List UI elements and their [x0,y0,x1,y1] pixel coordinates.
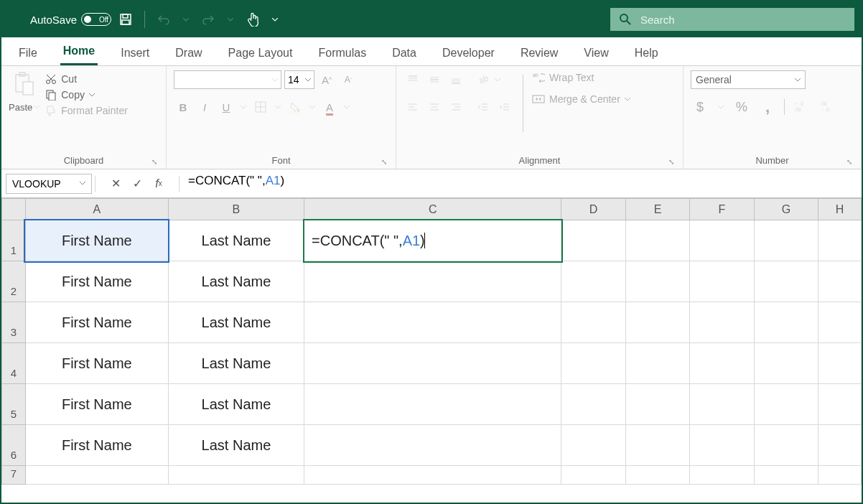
autosave-control[interactable]: AutoSave Off [30,13,111,26]
row-header-7[interactable]: 7 [2,466,26,485]
align-top-button[interactable] [403,70,422,89]
cell-D7[interactable] [561,466,625,485]
tab-file[interactable]: File [16,41,40,65]
accounting-format-button[interactable]: $ [691,98,709,116]
undo-button[interactable] [152,8,175,31]
row-header-1[interactable]: 1 [2,220,26,261]
cell-D1[interactable] [561,220,625,261]
cell-G7[interactable] [754,466,818,485]
align-right-button[interactable] [447,98,465,116]
align-bottom-button[interactable] [447,70,465,89]
cell-D6[interactable] [561,425,625,466]
borders-dropdown[interactable] [273,98,283,116]
cell-A5[interactable]: First Name [25,384,168,425]
column-header-F[interactable]: F [690,199,754,220]
cell-C2[interactable] [304,261,561,302]
alignment-launcher[interactable]: ⤡ [668,158,674,166]
fill-dropdown[interactable] [307,98,317,116]
font-launcher[interactable]: ⤡ [381,158,387,166]
tab-review[interactable]: Review [518,41,561,65]
cell-A6[interactable]: First Name [25,425,168,466]
tab-draw[interactable]: Draw [172,41,205,65]
font-color-button[interactable]: A [320,98,339,116]
search-box[interactable] [610,8,854,31]
cell-D4[interactable] [561,343,625,384]
cell-F5[interactable] [690,384,754,425]
cell-A2[interactable]: First Name [25,261,168,302]
spreadsheet-grid[interactable]: ABCDEFGH1First NameLast Name=CONCAT(" ",… [1,198,862,485]
underline-button[interactable]: U [217,98,235,116]
formula-input[interactable]: =CONCAT(" ",A1) [182,174,862,194]
column-header-E[interactable]: E [625,199,689,220]
cut-button[interactable]: Cut [45,73,128,85]
paste-button[interactable]: Paste [9,70,39,113]
font-name-combo[interactable] [174,70,281,89]
column-header-G[interactable]: G [754,199,818,220]
cell-E5[interactable] [625,384,689,425]
bold-button[interactable]: B [174,98,192,116]
align-middle-button[interactable] [425,70,444,89]
cell-D5[interactable] [561,384,625,425]
name-box[interactable]: VLOOKUP [6,174,92,194]
cell-F1[interactable] [690,220,754,261]
cell-C1[interactable]: =CONCAT(" ",A1) [304,220,561,261]
row-header-5[interactable]: 5 [2,384,26,425]
tab-data[interactable]: Data [389,41,419,65]
cell-G6[interactable] [754,425,818,466]
increase-indent-button[interactable] [495,98,514,116]
cell-H4[interactable] [818,343,862,384]
cell-E1[interactable] [625,220,689,261]
increase-decimal-button[interactable]: ←.0.00 [792,98,811,116]
cell-H3[interactable] [818,302,862,343]
cell-B1[interactable]: Last Name [168,220,304,261]
cell-A1[interactable]: First Name [25,220,168,261]
cell-C4[interactable] [304,343,561,384]
align-center-button[interactable] [425,98,444,116]
cell-F3[interactable] [690,302,754,343]
cancel-formula-button[interactable]: ✕ [106,174,126,194]
autosave-toggle[interactable]: Off [81,13,111,26]
font-color-dropdown[interactable] [342,98,352,116]
cell-B6[interactable]: Last Name [168,425,304,466]
cell-H6[interactable] [818,425,862,466]
cell-B3[interactable]: Last Name [168,302,304,343]
column-header-D[interactable]: D [561,199,625,220]
cell-F7[interactable] [690,466,754,485]
cell-E6[interactable] [625,425,689,466]
italic-button[interactable]: I [195,98,214,116]
orientation-dropdown[interactable] [493,70,503,89]
tab-developer[interactable]: Developer [439,41,498,65]
cell-F4[interactable] [690,343,754,384]
cell-D3[interactable] [561,302,625,343]
column-header-A[interactable]: A [25,199,168,220]
enter-formula-button[interactable]: ✓ [127,174,147,194]
column-header-B[interactable]: B [168,199,304,220]
copy-button[interactable]: Copy [45,89,128,101]
cell-C5[interactable] [304,384,561,425]
column-header-C[interactable]: C [304,199,561,220]
row-header-4[interactable]: 4 [2,343,26,384]
cell-B4[interactable]: Last Name [168,343,304,384]
cell-C7[interactable] [304,466,561,485]
cell-A7[interactable] [25,466,168,485]
tab-insert[interactable]: Insert [118,41,152,65]
undo-dropdown[interactable] [181,8,191,31]
insert-function-button[interactable]: fx [149,174,169,194]
tab-page-layout[interactable]: Page Layout [225,41,296,65]
align-left-button[interactable] [403,98,422,116]
save-icon[interactable] [114,8,137,31]
touch-mode-button[interactable] [241,8,264,31]
decrease-indent-button[interactable] [474,98,493,116]
font-size-combo[interactable]: 14 [284,70,314,89]
borders-button[interactable] [251,98,270,116]
tab-help[interactable]: Help [632,41,661,65]
cell-H1[interactable] [818,220,862,261]
cell-G2[interactable] [754,261,818,302]
underline-dropdown[interactable] [238,98,248,116]
clipboard-launcher[interactable]: ⤡ [151,158,157,166]
cell-G1[interactable] [754,220,818,261]
cell-H2[interactable] [818,261,862,302]
tab-view[interactable]: View [581,41,611,65]
cell-H7[interactable] [818,466,862,485]
format-painter-button[interactable]: Format Painter [45,105,128,116]
